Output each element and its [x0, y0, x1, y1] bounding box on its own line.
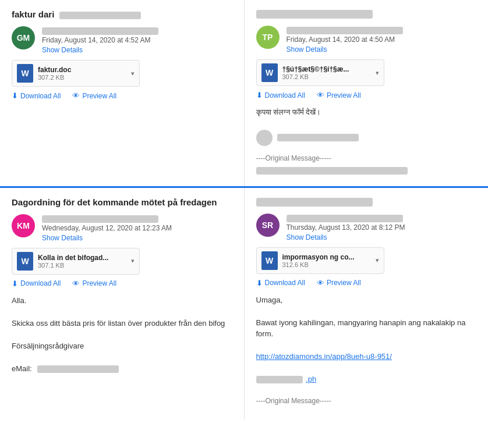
avatar-gm: GM [12, 26, 35, 49]
preview-icon-sr: 👁 [317, 279, 324, 287]
word-icon-sr [261, 251, 278, 270]
attachment-info-tp: †§ú†§æt§©†§í†§æ... 307.2 KB [282, 65, 371, 80]
attachment-box-km: Kolla in det bifogad... 307.1 KB ▾ [12, 248, 140, 275]
attachment-size-sr: 312.6 KB [282, 261, 371, 268]
sender-name-blurred-sr [287, 215, 403, 222]
original-avatar-tp [256, 130, 273, 146]
word-icon-tp [261, 63, 278, 82]
preview-all-km[interactable]: 👁 Preview All [72, 279, 116, 288]
download-all-label-tp: Download All [265, 91, 305, 99]
word-icon-km [17, 252, 33, 271]
download-all-label-km: Download All [20, 279, 61, 287]
show-details-sr[interactable]: Show Details [287, 233, 327, 241]
body-line-km-2: Skicka oss ditt bästa pris för listan öv… [12, 318, 232, 329]
original-msg-divider-tp: ----Original Message----- [256, 154, 477, 162]
download-all-1[interactable]: ⬇ Download All [12, 91, 61, 100]
sender-date-tp: Friday, August 14, 2020 at 4:50 AM [287, 35, 477, 44]
email-body-km: Alla. Skicka oss ditt bästa pris för lis… [12, 295, 232, 375]
sender-date-1: Friday, August 14, 2020 at 4:52 AM [42, 36, 232, 44]
sender-date-sr: Thursday, August 13, 2020 at 8:12 PM [287, 223, 477, 232]
subject-blurred-sr [256, 198, 373, 207]
email-col-right-top: TP Friday, August 14, 2020 at 4:50 AM Sh… [245, 0, 489, 186]
attachment-chevron-1[interactable]: ▾ [131, 70, 135, 77]
word-icon-1 [17, 64, 33, 83]
attachment-chevron-sr[interactable]: ▾ [376, 257, 379, 264]
preview-all-label-km: Preview All [82, 279, 116, 287]
attachment-info-1: faktur.doc 307.2 KB [38, 66, 126, 81]
action-row-1: ⬇ Download All 👁 Preview All [12, 91, 232, 100]
attachment-box-tp: †§ú†§æt§©†§í†§æ... 307.2 KB ▾ [256, 59, 384, 86]
sender-name-blurred-km [42, 215, 158, 223]
preview-all-1[interactable]: 👁 Preview All [72, 91, 116, 100]
download-all-tp[interactable]: ⬇ Download All [256, 91, 305, 99]
action-row-tp: ⬇ Download All 👁 Preview All [256, 91, 477, 99]
attachment-info-km: Kolla in det bifogad... 307.1 KB [38, 254, 126, 269]
domain-link-sr[interactable]: .ph [306, 375, 316, 383]
email-col-left-bottom: Dagordning för det kommande mötet på fre… [0, 188, 245, 420]
attachment-size-km: 307.1 KB [38, 262, 126, 269]
email-subject-1: faktur dari [12, 9, 232, 19]
sender-info-sr: Thursday, August 13, 2020 at 8:12 PM Sho… [287, 214, 477, 241]
original-sender-name-tp [277, 134, 359, 141]
blurred-domain-row-sr: .ph [256, 374, 477, 385]
sender-date-km: Wednesday, August 12, 2020 at 12:23 AM [42, 224, 232, 232]
sender-name-blurred-tp [287, 27, 403, 34]
attachment-chevron-km[interactable]: ▾ [131, 257, 135, 265]
body-line-km-4: eMail: [12, 363, 232, 375]
email-body-tp: कृपया संलग्न फॉर्म देखें। [256, 106, 477, 118]
body-link-sr[interactable]: http://atozdiamonds.in/app/8ueh-u8-951/ [256, 351, 477, 362]
sender-row-1: GM Friday, August 14, 2020 at 4:52 AM Sh… [12, 26, 232, 54]
action-row-km: ⬇ Download All 👁 Preview All [12, 279, 232, 288]
url-link-sr[interactable]: http://atozdiamonds.in/app/8ueh-u8-951/ [256, 352, 392, 361]
show-details-1[interactable]: Show Details [42, 46, 83, 54]
email-col-right-bottom: SR Thursday, August 13, 2020 at 8:12 PM … [245, 188, 489, 420]
hindi-text: कृपया संलग्न फॉर्म देखें। [256, 106, 477, 118]
body-line-km-1: Alla. [12, 295, 232, 307]
email-subject-km: Dagordning för det kommande mötet på fre… [12, 197, 232, 207]
sender-info-km: Wednesday, August 12, 2020 at 12:23 AM S… [42, 214, 232, 242]
sender-name-blurred-1 [42, 27, 158, 35]
download-all-sr[interactable]: ⬇ Download All [256, 279, 305, 287]
preview-all-label-1: Preview All [82, 92, 116, 100]
attachment-name-km: Kolla in det bifogad... [38, 254, 126, 262]
download-icon-tp: ⬇ [256, 91, 263, 99]
body-line-sr-2: Bawat iyong kahilingan, mangyaring hanap… [256, 317, 477, 340]
download-all-km[interactable]: ⬇ Download All [12, 279, 61, 288]
show-details-tp[interactable]: Show Details [287, 45, 327, 54]
preview-all-label-tp: Preview All [327, 91, 361, 99]
attachment-chevron-tp[interactable]: ▾ [376, 69, 379, 77]
preview-all-sr[interactable]: 👁 Preview All [317, 279, 361, 287]
email-body-sr: Umaga, Bawat iyong kahilingan, mangyarin… [256, 294, 477, 385]
subject-blurred-1 [59, 12, 141, 19]
sender-row-tp: TP Friday, August 14, 2020 at 4:50 AM Sh… [256, 26, 477, 54]
action-row-sr: ⬇ Download All 👁 Preview All [256, 279, 477, 287]
preview-all-tp[interactable]: 👁 Preview All [317, 91, 361, 99]
sender-info-tp: Friday, August 14, 2020 at 4:50 AM Show … [287, 26, 477, 54]
sender-row-sr: SR Thursday, August 13, 2020 at 8:12 PM … [256, 214, 477, 241]
preview-icon-km: 👁 [72, 279, 80, 288]
download-icon-km: ⬇ [12, 279, 18, 288]
download-icon-1: ⬇ [12, 91, 18, 100]
attachment-size-1: 307.2 KB [38, 74, 126, 81]
attachment-name-sr: impormasyon ng co... [282, 253, 371, 261]
avatar-km: KM [12, 214, 35, 237]
original-content-blurred-tp [256, 167, 408, 175]
download-icon-sr: ⬇ [256, 279, 263, 287]
attachment-size-tp: 307.2 KB [282, 73, 371, 80]
show-details-km[interactable]: Show Details [42, 234, 83, 242]
avatar-tp: TP [256, 26, 280, 49]
avatar-sr: SR [256, 214, 280, 237]
sender-info-1: Friday, August 14, 2020 at 4:52 AM Show … [42, 26, 232, 54]
body-line-km-3: Försäljningsrådgivare [12, 340, 232, 352]
subject-blurred-tp [256, 10, 373, 19]
email-value-blurred-km [37, 365, 119, 373]
download-all-label-1: Download All [20, 92, 61, 100]
attachment-box-sr: impormasyon ng co... 312.6 KB ▾ [256, 247, 384, 274]
bottom-panel: Dagordning för det kommande mötet på fre… [0, 188, 488, 420]
blurred-original-sender-tp [256, 130, 477, 146]
preview-icon-1: 👁 [72, 91, 80, 100]
download-all-label-sr: Download All [265, 279, 305, 287]
blurred-domain-1-sr [256, 376, 303, 383]
original-msg-divider-sr: ----Original Message----- [256, 397, 477, 405]
attachment-box-1: faktur.doc 307.2 KB ▾ [12, 60, 140, 87]
